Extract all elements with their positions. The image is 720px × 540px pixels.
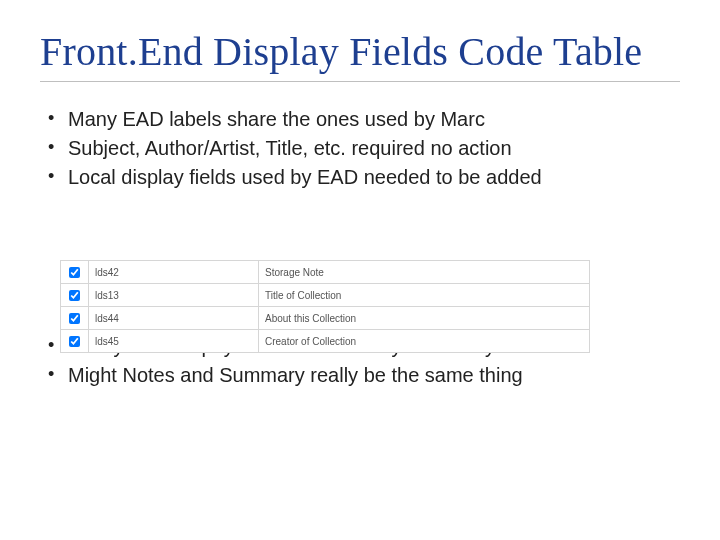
row-label: About this Collection	[259, 307, 590, 330]
table-row: lds45 Creator of Collection	[61, 330, 590, 353]
row-code: lds44	[89, 307, 259, 330]
table-row: lds44 About this Collection	[61, 307, 590, 330]
title-underline	[40, 81, 680, 82]
row-checkbox[interactable]	[69, 313, 80, 324]
row-label: Storage Note	[259, 261, 590, 284]
slide: Front.End Display Fields Code Table Many…	[0, 0, 720, 540]
row-code: lds42	[89, 261, 259, 284]
row-checkbox[interactable]	[69, 336, 80, 347]
bullet-item: Subject, Author/Artist, Title, etc. requ…	[40, 135, 680, 162]
bullet-item: Might Notes and Summary really be the sa…	[40, 362, 680, 389]
bullet-item: Local display fields used by EAD needed …	[40, 164, 680, 191]
row-label: Creator of Collection	[259, 330, 590, 353]
table-row: lds13 Title of Collection	[61, 284, 590, 307]
code-table-screenshot: lds42 Storage Note lds13 Title of Collec…	[60, 260, 590, 342]
bullet-item: Many EAD labels share the ones used by M…	[40, 106, 680, 133]
row-code: lds13	[89, 284, 259, 307]
bullet-list-top: Many EAD labels share the ones used by M…	[40, 106, 680, 191]
row-checkbox[interactable]	[69, 290, 80, 301]
code-table: lds42 Storage Note lds13 Title of Collec…	[60, 260, 590, 353]
row-label: Title of Collection	[259, 284, 590, 307]
row-checkbox[interactable]	[69, 267, 80, 278]
slide-title: Front.End Display Fields Code Table	[40, 28, 680, 75]
table-row: lds42 Storage Note	[61, 261, 590, 284]
row-code: lds45	[89, 330, 259, 353]
